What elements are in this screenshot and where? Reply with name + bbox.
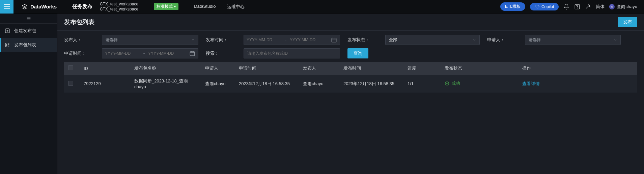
publish-time-end[interactable] bbox=[290, 38, 325, 42]
avatar-icon: ◇ bbox=[609, 4, 615, 9]
col-id: ID bbox=[80, 62, 130, 75]
col-progress: 进度 bbox=[403, 62, 441, 75]
view-detail-link[interactable]: 查看详情 bbox=[522, 81, 540, 86]
applicant-label: 申请人： bbox=[487, 37, 525, 43]
cell-name: 数据同步_2023-12-18_查雨chayu bbox=[130, 75, 201, 93]
top-nav: DataStudio 运维中心 bbox=[194, 4, 245, 10]
brand-label: DataWorks bbox=[30, 4, 57, 9]
user-chip[interactable]: ◇ 查雨chayu bbox=[609, 4, 637, 10]
chevron-down-icon bbox=[191, 38, 195, 42]
col-publish-time: 发布时间 bbox=[339, 62, 403, 75]
list-icon bbox=[5, 42, 10, 48]
brand-icon bbox=[22, 4, 28, 10]
app-name: 任务发布 bbox=[65, 3, 100, 10]
chevron-down-icon bbox=[473, 38, 476, 42]
user-name: 查雨chayu bbox=[617, 4, 637, 10]
row-checkbox[interactable] bbox=[68, 81, 73, 86]
publisher-select[interactable]: 请选择 bbox=[102, 35, 198, 45]
sidebar-item-label: 创建发布包 bbox=[14, 28, 36, 34]
table-header-row: ID 发布包名称 申请人 申请时间 发布人 发布时间 进度 发布状态 操作 bbox=[64, 62, 637, 75]
sidebar-item-package-list[interactable]: 发布包列表 bbox=[0, 38, 57, 52]
svg-rect-3 bbox=[6, 43, 7, 45]
nav-datastudio[interactable]: DataStudio bbox=[194, 4, 216, 10]
applicant-placeholder: 请选择 bbox=[529, 37, 541, 43]
workspace-name: CTX_test_workspace CTX_test_workspace bbox=[100, 1, 138, 13]
mode-badge[interactable]: 标准模式 ▾ bbox=[154, 3, 178, 10]
select-all-checkbox[interactable] bbox=[68, 65, 73, 70]
bell-icon[interactable] bbox=[563, 4, 569, 10]
apply-time-range[interactable]: - bbox=[102, 48, 198, 58]
content-area: 发布包列表 发布 发布人： 请选择 发布时间： - 发布状态： 全部 bbox=[57, 14, 644, 174]
sparkle-icon bbox=[535, 4, 539, 9]
publisher-placeholder: 请选择 bbox=[106, 37, 118, 43]
language-switch[interactable]: 简体 bbox=[596, 4, 605, 10]
chevron-down-icon: ▾ bbox=[174, 5, 176, 8]
page-title: 发布包列表 bbox=[64, 18, 94, 26]
apply-time-label: 申请时间： bbox=[64, 50, 102, 56]
sidebar-item-label: 发布包列表 bbox=[14, 42, 36, 48]
status-badge: 成功 bbox=[445, 80, 460, 86]
col-name: 发布包名称 bbox=[130, 62, 201, 75]
brand: DataWorks bbox=[13, 4, 65, 10]
search-label: 搜索： bbox=[206, 50, 244, 56]
global-menu-icon[interactable] bbox=[0, 0, 13, 14]
calendar-icon bbox=[331, 37, 337, 43]
cell-apply-time: 2023年12月18日 16:58:35 bbox=[235, 75, 299, 93]
svg-rect-4 bbox=[6, 45, 7, 47]
cell-id: 7922129 bbox=[80, 75, 130, 93]
etl-template-button[interactable]: ETL模板 bbox=[500, 2, 525, 11]
cell-publish-time: 2023年12月18日 16:58:35 bbox=[339, 75, 403, 93]
nav-ops-center[interactable]: 运维中心 bbox=[227, 4, 245, 10]
query-button[interactable]: 查询 bbox=[347, 48, 368, 58]
applicant-select[interactable]: 请选择 bbox=[525, 35, 621, 45]
publish-button[interactable]: 发布 bbox=[618, 17, 637, 27]
check-circle-icon bbox=[445, 81, 449, 86]
svg-rect-5 bbox=[332, 38, 336, 42]
svg-point-1 bbox=[577, 8, 578, 8]
settings-icon[interactable] bbox=[585, 4, 591, 10]
apply-time-end[interactable] bbox=[148, 51, 183, 56]
mode-label: 标准模式 bbox=[157, 4, 173, 9]
filters: 发布人： 请选择 发布时间： - 发布状态： 全部 申请人： 请选择 bbox=[57, 31, 644, 60]
svg-rect-6 bbox=[190, 52, 195, 56]
cell-applicant: 查雨chayu bbox=[201, 75, 235, 93]
col-action: 操作 bbox=[518, 62, 637, 75]
cell-publisher: 查雨chayu bbox=[299, 75, 339, 93]
apply-time-start[interactable] bbox=[105, 51, 140, 56]
publish-status-label: 发布状态： bbox=[347, 37, 385, 43]
plus-box-icon bbox=[5, 28, 10, 33]
sidebar-item-create-package[interactable]: 创建发布包 bbox=[0, 24, 57, 38]
copilot-button[interactable]: Copilot bbox=[530, 3, 559, 10]
cell-progress: 1/1 bbox=[403, 75, 441, 93]
sidebar: 创建发布包 发布包列表 bbox=[0, 14, 57, 174]
col-applicant: 申请人 bbox=[201, 62, 235, 75]
topbar-tools: ETL模板 Copilot 简体 ◇ 查雨chayu bbox=[500, 2, 644, 11]
calendar-icon bbox=[189, 50, 195, 56]
workspace-line1: CTX_test_workspace bbox=[100, 2, 138, 7]
topbar: DataWorks 任务发布 CTX_test_workspace CTX_te… bbox=[0, 0, 644, 14]
table-row: 7922129 数据同步_2023-12-18_查雨chayu 查雨chayu … bbox=[64, 75, 637, 93]
svg-point-7 bbox=[445, 82, 449, 85]
publish-time-range[interactable]: - bbox=[244, 35, 340, 45]
range-separator: - bbox=[282, 38, 290, 42]
publish-status-value: 全部 bbox=[389, 37, 397, 43]
search-input[interactable] bbox=[244, 48, 340, 58]
publisher-label: 发布人： bbox=[64, 37, 102, 43]
col-apply-time: 申请时间 bbox=[235, 62, 299, 75]
publish-time-start[interactable] bbox=[247, 38, 282, 42]
package-table: ID 发布包名称 申请人 申请时间 发布人 发布时间 进度 发布状态 操作 7 bbox=[57, 60, 644, 174]
col-status: 发布状态 bbox=[441, 62, 518, 75]
publish-status-select[interactable]: 全部 bbox=[385, 35, 480, 45]
publish-time-label: 发布时间： bbox=[206, 37, 244, 43]
col-publisher: 发布人 bbox=[299, 62, 339, 75]
help-icon[interactable] bbox=[574, 4, 580, 10]
sidebar-collapse-icon[interactable] bbox=[0, 14, 57, 24]
workspace-line2: CTX_test_workspace bbox=[100, 7, 138, 12]
status-text: 成功 bbox=[451, 80, 460, 86]
chevron-down-icon bbox=[614, 38, 617, 42]
range-separator: - bbox=[140, 51, 148, 56]
